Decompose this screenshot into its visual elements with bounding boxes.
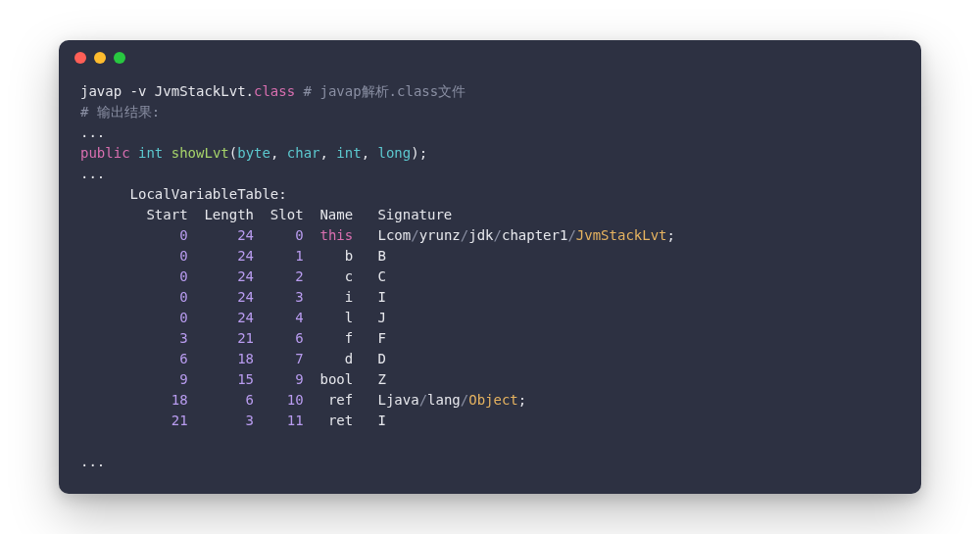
cell-name: b <box>304 248 354 264</box>
cell-name: this <box>304 227 354 243</box>
cell-name: f <box>304 330 354 346</box>
cell-signature: Z <box>377 371 385 387</box>
cell-signature: I <box>377 289 385 305</box>
cell-length: 3 <box>188 413 254 428</box>
cell-slot: 9 <box>254 371 304 387</box>
lvt-row: 6 18 7 d D <box>80 349 900 369</box>
lvt-row: 0 24 3 i I <box>80 287 900 308</box>
type-byte: byte <box>237 145 270 161</box>
cell-signature: C <box>377 268 385 284</box>
type-int: int <box>138 145 163 161</box>
lvt-row: 9 15 9 bool Z <box>80 369 900 390</box>
cell-signature: D <box>377 351 385 366</box>
lvt-row: 0 24 2 c C <box>80 267 900 287</box>
sig-class: Object <box>468 392 518 408</box>
cell-length: 18 <box>188 351 254 366</box>
cell-start: 0 <box>80 227 188 243</box>
cell-signature: J <box>377 310 385 325</box>
cell-name: l <box>304 310 354 325</box>
lvt-header: LocalVariableTable: <box>80 184 900 205</box>
keyword-class: class <box>254 83 295 99</box>
type-int: int <box>336 145 361 161</box>
lvt-row: 18 6 10 ref Ljava/lang/Object; <box>80 390 900 411</box>
cell-length: 24 <box>188 310 254 325</box>
lvt-row: 0 24 4 l J <box>80 308 900 328</box>
cmd-line: javap -v JvmStackLvt.class # javap解析.cla… <box>80 81 900 102</box>
method-signature: public int showLvt(byte, char, int, long… <box>80 143 900 164</box>
window-titlebar <box>59 40 921 75</box>
ellipsis: ... <box>80 166 105 181</box>
cell-length: 24 <box>188 268 254 284</box>
cell-start: 9 <box>80 371 188 387</box>
cell-slot: 6 <box>254 330 304 346</box>
sig-class: JvmStackLvt <box>576 227 667 243</box>
sig-segment: yrunz <box>419 227 461 243</box>
stage: javap -v JvmStackLvt.class # javap解析.cla… <box>0 0 980 534</box>
lvt-row: 0 24 1 b B <box>80 246 900 267</box>
sig-segment: jdk <box>468 227 493 243</box>
ellipsis: ... <box>80 452 900 472</box>
lvt-row: 21 3 11 ret I <box>80 411 900 431</box>
output-comment: # 输出结果: <box>80 102 900 122</box>
cell-name: bool <box>304 371 354 387</box>
sig-segment: chapter1 <box>502 227 567 243</box>
cell-name: ret <box>304 413 354 428</box>
cell-name: i <box>304 289 354 305</box>
minimize-icon[interactable] <box>94 52 106 64</box>
type-char: char <box>287 145 320 161</box>
cell-start: 0 <box>80 248 188 264</box>
cell-length: 24 <box>188 289 254 305</box>
lvt-row: 3 21 6 f F <box>80 328 900 349</box>
cell-start: 3 <box>80 330 188 346</box>
close-icon[interactable] <box>74 52 86 64</box>
cell-slot: 11 <box>254 413 304 428</box>
cell-start: 0 <box>80 289 188 305</box>
cell-length: 15 <box>188 371 254 387</box>
cell-start: 0 <box>80 310 188 325</box>
cell-length: 6 <box>188 392 254 408</box>
lvt-columns: Start Length Slot Name Signature <box>80 205 900 225</box>
cell-slot: 1 <box>254 248 304 264</box>
cell-slot: 0 <box>254 227 304 243</box>
cell-slot: 2 <box>254 268 304 284</box>
cell-start: 18 <box>80 392 188 408</box>
type-long: long <box>378 145 412 161</box>
method-name: showLvt <box>172 145 229 161</box>
cmd-comment: # javap解析.class文件 <box>295 83 466 99</box>
cell-signature: F <box>377 330 385 346</box>
cell-slot: 3 <box>254 289 304 305</box>
lvt-row: 0 24 0 this Lcom/yrunz/jdk/chapter1/JvmS… <box>80 225 900 246</box>
cell-name: c <box>304 268 354 284</box>
cell-name: d <box>304 351 354 366</box>
ellipsis: ... <box>80 124 105 140</box>
sig-segment: lang <box>427 392 461 408</box>
cell-signature: I <box>377 413 385 428</box>
sig-prefix: Lcom <box>377 227 411 243</box>
zoom-icon[interactable] <box>114 52 125 64</box>
cell-start: 0 <box>80 268 188 284</box>
cell-length: 24 <box>188 227 254 243</box>
cell-slot: 4 <box>254 310 304 325</box>
terminal-window: javap -v JvmStackLvt.class # javap解析.cla… <box>59 40 921 494</box>
cell-start: 21 <box>80 413 188 428</box>
cmd-javap: javap -v JvmStackLvt <box>80 83 246 99</box>
sig-prefix: Ljava <box>377 392 418 408</box>
cell-slot: 10 <box>254 392 304 408</box>
cell-length: 24 <box>188 248 254 264</box>
keyword-public: public <box>80 145 130 161</box>
cell-signature: B <box>377 248 385 264</box>
cell-slot: 7 <box>254 351 304 366</box>
code-area: javap -v JvmStackLvt.class # javap解析.cla… <box>59 75 921 494</box>
cell-length: 21 <box>188 330 254 346</box>
cell-start: 6 <box>80 351 188 366</box>
cell-name: ref <box>304 392 354 408</box>
